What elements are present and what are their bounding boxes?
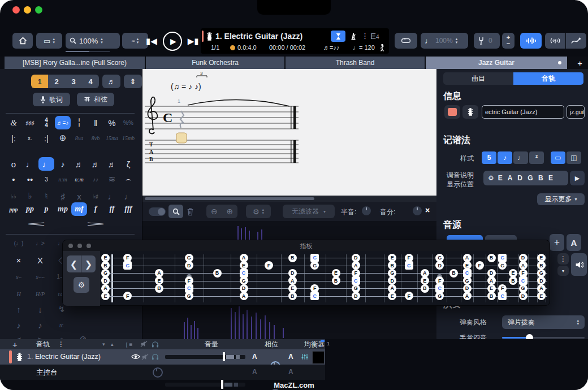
- stem-up-button[interactable]: ♩: [120, 189, 136, 203]
- tie-notes-button[interactable]: ♪♪: [88, 172, 103, 186]
- fret-note-B[interactable]: B: [487, 292, 496, 300]
- playhead-marker[interactable]: [321, 340, 325, 342]
- multi-voice-button[interactable]: ♬: [102, 75, 120, 88]
- fret-note-E[interactable]: E: [240, 261, 248, 270]
- volume-fader[interactable]: [165, 352, 245, 361]
- play-button[interactable]: ▶: [163, 32, 182, 51]
- dynamic-mf-button[interactable]: mf: [71, 202, 87, 216]
- dynamic-pp-button[interactable]: pp: [22, 202, 38, 216]
- mute-icon[interactable]: [141, 354, 149, 360]
- multitrack-view-button[interactable]: ◫: [567, 151, 581, 164]
- voice-2-button[interactable]: 2: [48, 75, 65, 88]
- minus-icon[interactable]: −: [507, 41, 510, 47]
- grace-before-beat-button[interactable]: ♪: [9, 318, 28, 332]
- tab-track[interactable]: 音轨: [513, 72, 583, 85]
- vibrato-button[interactable]: x~: [9, 270, 28, 284]
- fret-note-C[interactable]: C: [352, 276, 360, 285]
- collapse-icon[interactable]: ▾: [102, 341, 105, 347]
- fret-note-A[interactable]: A: [519, 261, 528, 270]
- volume-automation-button[interactable]: A: [252, 353, 257, 361]
- play-tuning-button[interactable]: ▶: [570, 171, 585, 185]
- whole-note-button[interactable]: o: [6, 157, 21, 171]
- downstroke-button[interactable]: ↓: [31, 302, 50, 316]
- next-bar-button[interactable]: ▶▮: [188, 36, 199, 46]
- fretboard-window[interactable]: 指板 ❮ ❯ ⚙ EFGABCDEFGABCDEBCDEFGABCDEFGABG…: [62, 240, 550, 306]
- sixteenth-note-button[interactable]: ♬: [71, 157, 87, 171]
- fret-note-G[interactable]: G: [498, 261, 507, 270]
- fret-note-F[interactable]: F: [123, 292, 132, 300]
- half-note-button[interactable]: ♩: [22, 157, 38, 171]
- simile-mark-button[interactable]: %: [104, 116, 120, 129]
- tempo-display[interactable]: ♩= 120: [353, 44, 380, 51]
- fret-note-B[interactable]: B: [421, 284, 429, 293]
- triplet-button[interactable]: 3: [38, 172, 54, 186]
- sound-collapse-button[interactable]: ▾: [557, 266, 569, 276]
- line-in-button[interactable]: [545, 33, 565, 49]
- group-icon[interactable]: ❲≡: [124, 341, 132, 348]
- hammer-pull-button[interactable]: H/P: [31, 287, 50, 301]
- document-tab-2[interactable]: Funk Orchestra: [146, 57, 284, 69]
- quarter-note-button[interactable]: ♩: [38, 157, 54, 171]
- standard-notation-button[interactable]: ♪: [498, 151, 512, 164]
- semitone-knob[interactable]: [362, 206, 371, 215]
- zoom-control[interactable]: 100%▴▾: [66, 33, 120, 49]
- voice-4-button[interactable]: 4: [82, 75, 99, 88]
- fret-note-C[interactable]: C: [405, 261, 413, 270]
- preview-sound-button[interactable]: [571, 253, 587, 276]
- inspect-audio-button[interactable]: [168, 205, 183, 218]
- automation-button[interactable]: A: [567, 234, 581, 251]
- previous-bar-button[interactable]: ▮◀: [146, 36, 157, 46]
- audio-settings-button[interactable]: ⚙▴▾: [246, 205, 271, 218]
- sharp-button[interactable]: ♯: [55, 189, 71, 203]
- lcd-more-icon[interactable]: ⋮: [361, 32, 369, 40]
- tuplet-custom-button[interactable]: n:m: [71, 172, 87, 186]
- fret-note-E[interactable]: E: [537, 292, 546, 300]
- solo-icon[interactable]: [152, 353, 159, 360]
- visibility-eye-icon[interactable]: [131, 354, 140, 359]
- mute-all-icon[interactable]: [140, 341, 148, 347]
- fret-note-E[interactable]: E: [421, 276, 429, 285]
- alternate-ending-button[interactable]: x.: [22, 131, 38, 145]
- repeat-close-button[interactable]: :|: [38, 131, 54, 145]
- loop-button[interactable]: [395, 33, 417, 49]
- instrument-button[interactable]: [462, 105, 478, 119]
- fret-note-B[interactable]: B: [388, 261, 396, 270]
- simile-2bars-button[interactable]: %%: [120, 116, 136, 129]
- score-view[interactable]: (♫ = ♪ ♪) 3 C 1 T A B: [142, 69, 436, 196]
- filter-dropdown[interactable]: 无滤波器▾: [283, 205, 335, 218]
- transpose-control[interactable]: 0: [474, 33, 500, 49]
- sound-more-button[interactable]: ⋮: [557, 253, 569, 265]
- cents-knob[interactable]: [413, 206, 422, 215]
- fret-note-G[interactable]: G: [310, 261, 319, 270]
- document-tab-1[interactable]: [MSB] Rory Galla...ine (Full Score): [5, 57, 145, 69]
- quarter-rest[interactable]: [180, 111, 184, 128]
- ottava-bassa-button[interactable]: 8vb: [88, 131, 103, 145]
- zoom-in-icon[interactable]: ⊕: [226, 207, 233, 216]
- accent-button[interactable]: ♩>: [31, 236, 50, 250]
- fermata-button[interactable]: ⌢: [120, 172, 136, 186]
- dynamic-ff-button[interactable]: ff: [104, 202, 120, 216]
- close-window-button[interactable]: [12, 6, 20, 14]
- fret-note-D[interactable]: D: [435, 261, 444, 270]
- pan-automation-button[interactable]: A: [288, 353, 293, 361]
- home-button[interactable]: [12, 33, 33, 49]
- trill-button[interactable]: tr.: [52, 318, 71, 332]
- audio-track-button[interactable]: [520, 33, 542, 49]
- rest-button[interactable]: ζ: [120, 157, 136, 171]
- dynamic-p-button[interactable]: p: [38, 202, 54, 216]
- voice-options-button[interactable]: ⇕: [124, 75, 142, 88]
- lyrics-button[interactable]: 歌词: [33, 93, 70, 106]
- expand-icon[interactable]: ▴: [111, 341, 114, 347]
- voice-1-button[interactable]: 1: [31, 75, 48, 88]
- track-name-input[interactable]: ectric Guitar (Jazz): [482, 105, 564, 119]
- fret-note-G[interactable]: G: [185, 292, 193, 300]
- clef-button[interactable]: &: [6, 116, 21, 129]
- fret-note-A[interactable]: A: [240, 292, 248, 300]
- triplet-feel-button[interactable]: ♬=♪: [55, 116, 71, 129]
- chords-button[interactable]: 和弦: [77, 93, 114, 106]
- fret-note-E[interactable]: E: [463, 261, 472, 270]
- fret-note-C[interactable]: C: [123, 261, 132, 270]
- quindicesima-bassa-button[interactable]: 15mb: [120, 131, 136, 145]
- open-note-E[interactable]: E: [101, 292, 110, 300]
- play-style-dropdown[interactable]: 弹片拨奏▴▾: [502, 315, 585, 329]
